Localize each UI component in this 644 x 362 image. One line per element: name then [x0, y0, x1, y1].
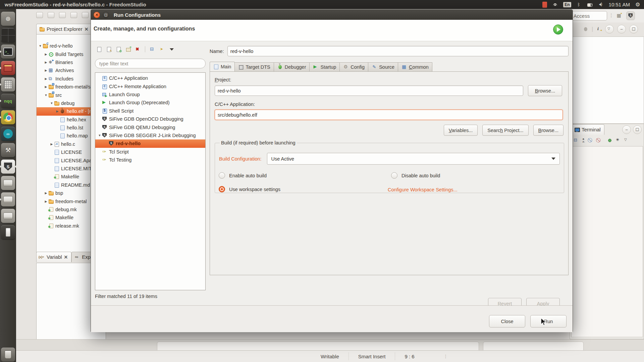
expanded-arrow-icon[interactable]: ▼ [97, 134, 102, 137]
greendot-icon[interactable] [607, 137, 612, 143]
session-gear-icon[interactable] [635, 2, 641, 7]
clock[interactable]: 10:51 AM [609, 2, 630, 7]
dock-hard-drive-3[interactable] [1, 209, 15, 223]
browse-project-button[interactable]: Browse... [528, 85, 562, 96]
enable-auto-build-radio[interactable]: Enable auto build [219, 172, 267, 179]
tab-terminal[interactable]: Terminal [571, 124, 604, 135]
dock-freedom-studio[interactable]: S [1, 160, 15, 174]
collapse-icon[interactable] [150, 47, 155, 52]
dialog-minimize-icon[interactable]: ◻ [103, 12, 109, 18]
pin-icon[interactable] [573, 137, 579, 143]
collapsed-arrow-icon[interactable]: ▶ [55, 110, 60, 113]
dock-arduino-ide[interactable]: ∞ [1, 127, 15, 141]
tree-item[interactable]: C/C++ Application [95, 74, 205, 82]
tree-item[interactable]: Shell Script [95, 107, 205, 115]
tab-main[interactable]: Main [210, 62, 235, 72]
wifi-icon[interactable] [552, 2, 558, 7]
name-field[interactable] [227, 46, 569, 56]
sortaz-icon[interactable] [582, 137, 587, 143]
collapsed-arrow-icon[interactable]: ▶ [44, 53, 48, 56]
dock-trash[interactable] [1, 348, 15, 362]
toolbar-build-icon[interactable] [82, 12, 89, 18]
keyboard-layout-icon[interactable]: En [563, 2, 571, 7]
chevdown-icon[interactable] [624, 137, 629, 143]
minimize-terminal-button[interactable]: – [622, 125, 631, 134]
application-field[interactable] [215, 110, 563, 120]
tab-variables[interactable]: Variabl ✕ [36, 252, 71, 262]
toolbar-run-icon[interactable] [70, 12, 77, 18]
quick-access-input[interactable]: k Access [568, 11, 607, 20]
toolbar-debug-icon[interactable] [59, 12, 66, 18]
tree-item[interactable]: Launch Group (Deprecated) [95, 99, 205, 107]
dock-build-tools-app[interactable]: ⚒ [1, 143, 15, 157]
tree-item[interactable]: SiFive GDB OpenOCD Debugging [95, 115, 205, 123]
tab-project-explorer[interactable]: Project Explorer ✕ [36, 24, 92, 34]
dock-usb-drive[interactable] [1, 225, 15, 239]
tab-startup[interactable]: Startup [310, 62, 340, 72]
open-perspective-icon[interactable] [616, 13, 622, 18]
variables-button[interactable]: Variables... [444, 125, 478, 136]
tab-target-dts[interactable]: Target DTS [235, 62, 274, 72]
view-menu-button[interactable] [605, 25, 614, 34]
statusbar-drag-handle[interactable]: ⁞ [435, 352, 456, 360]
project-field[interactable] [215, 85, 523, 96]
collapsed-arrow-icon[interactable]: ▶ [44, 61, 48, 64]
expanded-arrow-icon[interactable]: ▼ [38, 44, 43, 48]
close-tab-icon[interactable]: ✕ [64, 254, 68, 260]
dock-hard-drive-2[interactable] [1, 192, 15, 206]
tree-item[interactable]: Tcl Testing [95, 156, 205, 164]
radio-icon[interactable] [219, 172, 225, 179]
build-configuration-select[interactable]: Use Active [267, 153, 560, 165]
sifive-perspective-button[interactable] [626, 11, 635, 20]
menucaret-icon[interactable] [169, 47, 174, 52]
dialog-title-bar[interactable]: ✕ ◻ Run Configurations [91, 10, 573, 20]
browse-application-button[interactable]: Browse... [533, 125, 564, 136]
delete-icon[interactable] [135, 47, 141, 52]
tree-item[interactable]: C/C++ Remote Application [95, 82, 205, 90]
collapsed-arrow-icon[interactable]: ▶ [44, 77, 48, 80]
disable-auto-build-radio[interactable]: Disable auto build [391, 172, 440, 179]
export-icon[interactable] [125, 47, 131, 52]
bluetooth-icon[interactable] [577, 2, 582, 7]
tree-item[interactable]: SiFive GDB QEMU Debugging [95, 123, 205, 131]
radio-icon[interactable] [391, 172, 397, 179]
tab-source[interactable]: Source [368, 62, 398, 72]
run-button[interactable]: Run [530, 315, 567, 327]
newdoc-icon[interactable] [96, 47, 102, 52]
collapsed-arrow-icon[interactable]: ▶ [44, 85, 48, 88]
dock-notepadqq-app[interactable]: nqq [1, 94, 15, 108]
collapsed-arrow-icon[interactable]: ▶ [49, 142, 54, 146]
dock-hard-drive-1[interactable] [1, 176, 15, 190]
maximize-view-button[interactable]: ☐ [629, 25, 638, 34]
dock-calculator-app[interactable] [1, 77, 15, 92]
use-workspace-settings-radio[interactable]: Use workspace settings [219, 186, 280, 192]
noscroll-icon[interactable] [598, 137, 604, 143]
dialog-close-icon[interactable]: ✕ [94, 12, 100, 18]
expanded-arrow-icon[interactable]: ▼ [49, 102, 54, 105]
search-project-button[interactable]: Search Project... [482, 125, 528, 136]
protodoc-icon[interactable] [116, 47, 121, 52]
filter-icon[interactable] [159, 47, 165, 52]
dock-ubuntu-dash[interactable]: ⊛ [1, 12, 15, 26]
dupdoc-icon[interactable] [106, 47, 111, 52]
dock-file-cabinet-app[interactable] [1, 61, 15, 75]
radio-selected-icon[interactable] [219, 186, 225, 192]
burst-icon[interactable] [615, 137, 621, 143]
tab-config[interactable]: Config [340, 62, 368, 72]
minimize-view-button[interactable]: – [617, 25, 626, 34]
app-indicator-icon[interactable] [542, 2, 547, 8]
tree-item[interactable]: Launch Group [95, 90, 205, 99]
tab-common[interactable]: Common [398, 62, 432, 72]
configure-workspace-settings-link[interactable]: Configure Workspace Settings... [388, 187, 458, 192]
battery-icon[interactable] [587, 2, 593, 7]
tab-debugger[interactable]: Debugger [274, 62, 310, 72]
dock-terminal-app[interactable]: >_ [1, 45, 15, 59]
collapsed-arrow-icon[interactable]: ▶ [44, 69, 48, 72]
dock-chrome-browser[interactable] [1, 110, 15, 124]
maximize-terminal-button[interactable]: ☐ [633, 125, 642, 134]
nolock-icon[interactable] [590, 137, 595, 143]
collapsed-arrow-icon[interactable]: ▶ [44, 200, 48, 203]
tree-item[interactable]: red-v-hello [95, 139, 205, 147]
tree-item[interactable]: Tcl Script [95, 148, 205, 156]
tree-item[interactable]: ▼ SiFive GDB SEGGER J-Link Debugging [95, 131, 205, 139]
